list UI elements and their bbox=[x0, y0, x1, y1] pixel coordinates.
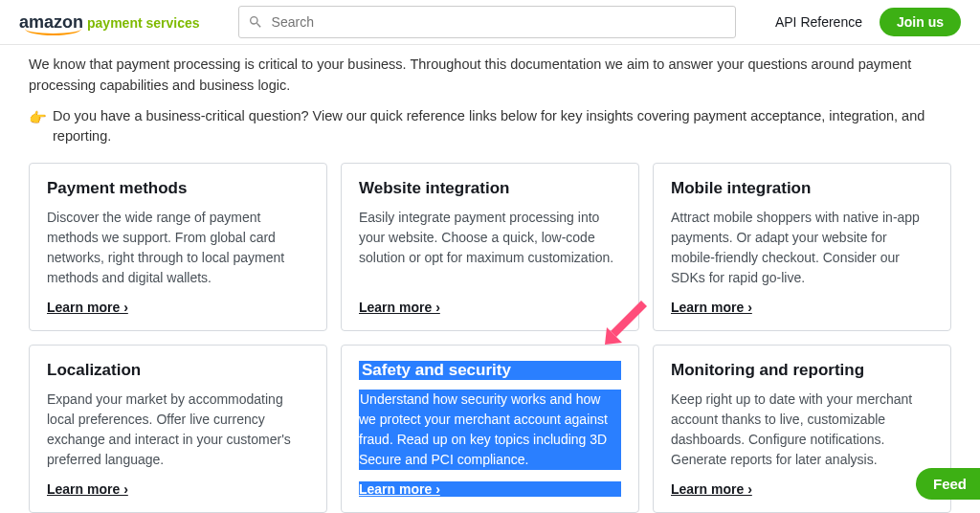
sub-intro-text: 👉 Do you have a business-critical questi… bbox=[29, 106, 951, 148]
card-desc: Discover the wide range of payment metho… bbox=[47, 208, 309, 288]
pointing-hand-icon: 👉 bbox=[29, 107, 47, 129]
card-payment-methods[interactable]: Payment methods Discover the wide range … bbox=[29, 163, 327, 331]
card-desc: Understand how security works and how we… bbox=[359, 390, 621, 470]
card-title: Mobile integration bbox=[671, 179, 933, 198]
card-title: Monitoring and reporting bbox=[671, 361, 933, 380]
card-mobile-integration[interactable]: Mobile integration Attract mobile shoppe… bbox=[653, 163, 951, 331]
logo-amazon: amazon bbox=[19, 12, 83, 33]
learn-more-link[interactable]: Learn more › bbox=[47, 481, 309, 497]
logo[interactable]: amazon payment services bbox=[19, 12, 200, 33]
intro-text: We know that payment processing is criti… bbox=[29, 55, 951, 97]
main-content: We know that payment processing is criti… bbox=[0, 45, 980, 513]
card-title: Website integration bbox=[359, 179, 621, 198]
card-desc: Expand your market by accommodating loca… bbox=[47, 390, 309, 470]
card-title: Localization bbox=[47, 361, 309, 380]
search-input[interactable] bbox=[238, 6, 736, 38]
card-desc: Keep right up to date with your merchant… bbox=[671, 390, 933, 470]
learn-more-link[interactable]: Learn more › bbox=[359, 481, 621, 497]
search-container bbox=[238, 6, 736, 38]
join-us-button[interactable]: Join us bbox=[880, 8, 961, 36]
logo-payment-services: payment services bbox=[87, 15, 200, 31]
learn-more-link[interactable]: Learn more › bbox=[671, 300, 933, 315]
learn-more-link[interactable]: Learn more › bbox=[671, 481, 933, 497]
feedback-tab[interactable]: Feed bbox=[916, 468, 980, 500]
card-desc: Attract mobile shoppers with native in-a… bbox=[671, 208, 933, 288]
api-reference-link[interactable]: API Reference bbox=[775, 14, 862, 30]
card-website-integration[interactable]: Website integration Easily integrate pay… bbox=[341, 163, 639, 331]
card-title: Safety and security bbox=[359, 361, 621, 380]
card-localization[interactable]: Localization Expand your market by accom… bbox=[29, 345, 327, 513]
learn-more-link[interactable]: Learn more › bbox=[359, 300, 621, 315]
card-desc: Easily integrate payment processing into… bbox=[359, 208, 621, 288]
search-icon bbox=[248, 14, 263, 30]
learn-more-link[interactable]: Learn more › bbox=[47, 300, 309, 315]
card-monitoring-reporting[interactable]: Monitoring and reporting Keep right up t… bbox=[653, 345, 951, 513]
card-title: Payment methods bbox=[47, 179, 309, 198]
sub-intro-label: Do you have a business-critical question… bbox=[53, 106, 951, 148]
header-right: API Reference Join us bbox=[775, 8, 961, 36]
header: amazon payment services API Reference Jo… bbox=[0, 0, 980, 45]
card-grid: Payment methods Discover the wide range … bbox=[29, 163, 951, 513]
card-safety-security[interactable]: Safety and security Understand how secur… bbox=[341, 345, 639, 513]
